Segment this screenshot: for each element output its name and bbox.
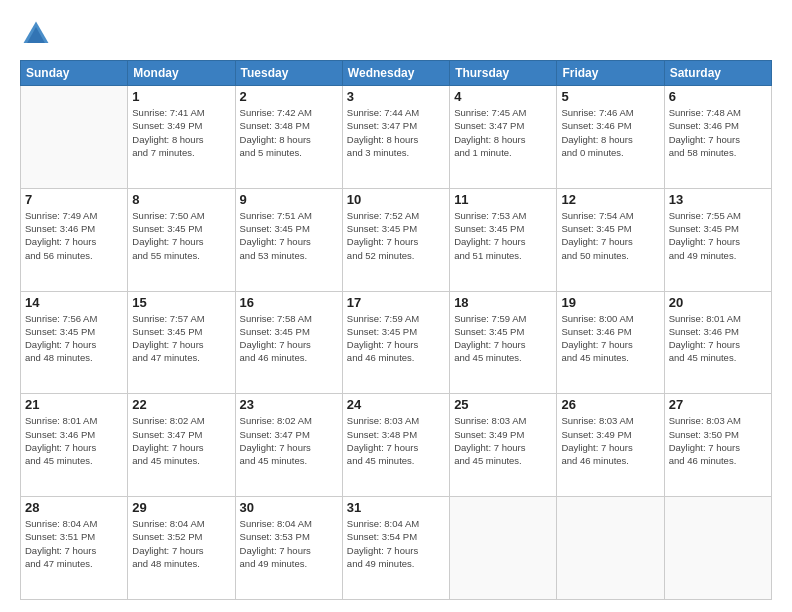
weekday-header-monday: Monday [128,61,235,86]
weekday-header-saturday: Saturday [664,61,771,86]
day-number: 10 [347,192,445,207]
day-info: Sunrise: 8:04 AMSunset: 3:53 PMDaylight:… [240,517,338,570]
day-number: 7 [25,192,123,207]
day-info: Sunrise: 8:03 AMSunset: 3:48 PMDaylight:… [347,414,445,467]
day-info: Sunrise: 8:03 AMSunset: 3:50 PMDaylight:… [669,414,767,467]
day-info: Sunrise: 8:01 AMSunset: 3:46 PMDaylight:… [669,312,767,365]
weekday-header-wednesday: Wednesday [342,61,449,86]
day-info: Sunrise: 7:59 AMSunset: 3:45 PMDaylight:… [347,312,445,365]
day-info: Sunrise: 7:54 AMSunset: 3:45 PMDaylight:… [561,209,659,262]
calendar: SundayMondayTuesdayWednesdayThursdayFrid… [20,60,772,600]
day-info: Sunrise: 7:41 AMSunset: 3:49 PMDaylight:… [132,106,230,159]
day-number: 13 [669,192,767,207]
weekday-row: SundayMondayTuesdayWednesdayThursdayFrid… [21,61,772,86]
day-info: Sunrise: 7:42 AMSunset: 3:48 PMDaylight:… [240,106,338,159]
day-info: Sunrise: 7:49 AMSunset: 3:46 PMDaylight:… [25,209,123,262]
calendar-cell: 17Sunrise: 7:59 AMSunset: 3:45 PMDayligh… [342,291,449,394]
day-number: 23 [240,397,338,412]
day-number: 24 [347,397,445,412]
calendar-cell: 8Sunrise: 7:50 AMSunset: 3:45 PMDaylight… [128,188,235,291]
header [20,18,772,50]
calendar-cell [450,497,557,600]
calendar-cell: 26Sunrise: 8:03 AMSunset: 3:49 PMDayligh… [557,394,664,497]
calendar-cell [664,497,771,600]
calendar-cell: 7Sunrise: 7:49 AMSunset: 3:46 PMDaylight… [21,188,128,291]
calendar-cell: 5Sunrise: 7:46 AMSunset: 3:46 PMDaylight… [557,86,664,189]
day-number: 28 [25,500,123,515]
day-number: 6 [669,89,767,104]
calendar-cell: 6Sunrise: 7:48 AMSunset: 3:46 PMDaylight… [664,86,771,189]
day-number: 31 [347,500,445,515]
day-number: 12 [561,192,659,207]
calendar-cell: 13Sunrise: 7:55 AMSunset: 3:45 PMDayligh… [664,188,771,291]
day-number: 30 [240,500,338,515]
calendar-cell [557,497,664,600]
day-info: Sunrise: 7:44 AMSunset: 3:47 PMDaylight:… [347,106,445,159]
day-info: Sunrise: 7:48 AMSunset: 3:46 PMDaylight:… [669,106,767,159]
logo-icon [20,18,52,50]
day-number: 14 [25,295,123,310]
day-number: 5 [561,89,659,104]
day-number: 1 [132,89,230,104]
day-info: Sunrise: 7:57 AMSunset: 3:45 PMDaylight:… [132,312,230,365]
calendar-week-4: 21Sunrise: 8:01 AMSunset: 3:46 PMDayligh… [21,394,772,497]
calendar-cell: 10Sunrise: 7:52 AMSunset: 3:45 PMDayligh… [342,188,449,291]
calendar-header: SundayMondayTuesdayWednesdayThursdayFrid… [21,61,772,86]
day-info: Sunrise: 8:04 AMSunset: 3:54 PMDaylight:… [347,517,445,570]
day-number: 3 [347,89,445,104]
calendar-week-1: 1Sunrise: 7:41 AMSunset: 3:49 PMDaylight… [21,86,772,189]
day-number: 16 [240,295,338,310]
calendar-cell [21,86,128,189]
day-number: 22 [132,397,230,412]
day-number: 25 [454,397,552,412]
calendar-cell: 15Sunrise: 7:57 AMSunset: 3:45 PMDayligh… [128,291,235,394]
day-info: Sunrise: 7:56 AMSunset: 3:45 PMDaylight:… [25,312,123,365]
day-number: 2 [240,89,338,104]
day-info: Sunrise: 8:04 AMSunset: 3:51 PMDaylight:… [25,517,123,570]
day-number: 17 [347,295,445,310]
day-info: Sunrise: 8:01 AMSunset: 3:46 PMDaylight:… [25,414,123,467]
calendar-cell: 19Sunrise: 8:00 AMSunset: 3:46 PMDayligh… [557,291,664,394]
weekday-header-sunday: Sunday [21,61,128,86]
day-number: 15 [132,295,230,310]
logo [20,18,56,50]
calendar-cell: 30Sunrise: 8:04 AMSunset: 3:53 PMDayligh… [235,497,342,600]
page: SundayMondayTuesdayWednesdayThursdayFrid… [0,0,792,612]
day-number: 26 [561,397,659,412]
day-info: Sunrise: 8:04 AMSunset: 3:52 PMDaylight:… [132,517,230,570]
day-info: Sunrise: 8:02 AMSunset: 3:47 PMDaylight:… [132,414,230,467]
calendar-body: 1Sunrise: 7:41 AMSunset: 3:49 PMDaylight… [21,86,772,600]
calendar-cell: 14Sunrise: 7:56 AMSunset: 3:45 PMDayligh… [21,291,128,394]
day-info: Sunrise: 8:02 AMSunset: 3:47 PMDaylight:… [240,414,338,467]
day-info: Sunrise: 7:51 AMSunset: 3:45 PMDaylight:… [240,209,338,262]
day-info: Sunrise: 7:58 AMSunset: 3:45 PMDaylight:… [240,312,338,365]
calendar-cell: 11Sunrise: 7:53 AMSunset: 3:45 PMDayligh… [450,188,557,291]
day-info: Sunrise: 7:52 AMSunset: 3:45 PMDaylight:… [347,209,445,262]
calendar-week-5: 28Sunrise: 8:04 AMSunset: 3:51 PMDayligh… [21,497,772,600]
calendar-cell: 16Sunrise: 7:58 AMSunset: 3:45 PMDayligh… [235,291,342,394]
calendar-cell: 31Sunrise: 8:04 AMSunset: 3:54 PMDayligh… [342,497,449,600]
calendar-week-2: 7Sunrise: 7:49 AMSunset: 3:46 PMDaylight… [21,188,772,291]
day-number: 21 [25,397,123,412]
day-info: Sunrise: 7:50 AMSunset: 3:45 PMDaylight:… [132,209,230,262]
day-info: Sunrise: 7:55 AMSunset: 3:45 PMDaylight:… [669,209,767,262]
day-number: 8 [132,192,230,207]
calendar-week-3: 14Sunrise: 7:56 AMSunset: 3:45 PMDayligh… [21,291,772,394]
calendar-cell: 24Sunrise: 8:03 AMSunset: 3:48 PMDayligh… [342,394,449,497]
calendar-cell: 1Sunrise: 7:41 AMSunset: 3:49 PMDaylight… [128,86,235,189]
day-info: Sunrise: 7:59 AMSunset: 3:45 PMDaylight:… [454,312,552,365]
day-number: 27 [669,397,767,412]
weekday-header-thursday: Thursday [450,61,557,86]
day-info: Sunrise: 7:53 AMSunset: 3:45 PMDaylight:… [454,209,552,262]
calendar-cell: 28Sunrise: 8:04 AMSunset: 3:51 PMDayligh… [21,497,128,600]
day-info: Sunrise: 7:46 AMSunset: 3:46 PMDaylight:… [561,106,659,159]
calendar-cell: 2Sunrise: 7:42 AMSunset: 3:48 PMDaylight… [235,86,342,189]
day-info: Sunrise: 7:45 AMSunset: 3:47 PMDaylight:… [454,106,552,159]
weekday-header-friday: Friday [557,61,664,86]
calendar-cell: 22Sunrise: 8:02 AMSunset: 3:47 PMDayligh… [128,394,235,497]
calendar-cell: 18Sunrise: 7:59 AMSunset: 3:45 PMDayligh… [450,291,557,394]
day-number: 20 [669,295,767,310]
day-number: 9 [240,192,338,207]
calendar-cell: 25Sunrise: 8:03 AMSunset: 3:49 PMDayligh… [450,394,557,497]
day-number: 11 [454,192,552,207]
